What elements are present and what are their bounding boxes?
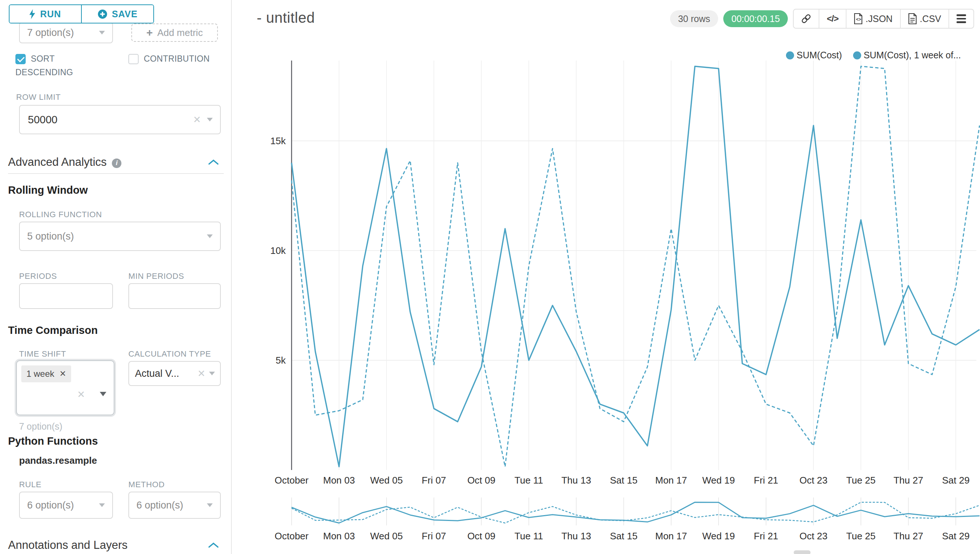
clear-icon[interactable]: ✕ xyxy=(77,389,85,400)
advanced-analytics-header[interactable]: Advanced Analytics i xyxy=(8,156,224,169)
run-button[interactable]: RUN xyxy=(10,5,82,23)
chart-menu-button[interactable] xyxy=(948,10,974,28)
chart-title[interactable]: - untitled xyxy=(257,10,315,26)
row-count-badge: 30 rows xyxy=(670,10,719,27)
navigator-tick-label: Tue 25 xyxy=(846,530,875,541)
row-limit-select[interactable]: 50000 ✕ xyxy=(19,105,221,134)
chart-panel: - untitled 30 rows 00:00:00.15 </> xyxy=(232,0,980,554)
add-metric-label: Add metric xyxy=(158,27,203,38)
calculation-type-select[interactable]: Actual V... ✕ xyxy=(128,361,221,386)
rolling-function-label: ROLLING FUNCTION xyxy=(19,210,102,220)
explore-page: RUN SAVE 7 option(s) + Add metric SORT D… xyxy=(0,0,980,554)
navigator-tick-label: Wed 05 xyxy=(370,530,403,541)
chevron-down-icon xyxy=(99,503,105,507)
csv-file-icon xyxy=(908,13,917,24)
row-limit-value: 50000 xyxy=(20,114,193,126)
periods-label: PERIODS xyxy=(19,272,57,281)
python-functions-subtitle: pandas.resample xyxy=(19,455,97,466)
chevron-down-icon xyxy=(209,372,215,375)
chevron-down-icon xyxy=(207,234,213,238)
calculation-type-value: Actual V... xyxy=(129,368,197,379)
navigator-tick-label: Thu 13 xyxy=(562,530,591,541)
export-toolbar: </> <> .JSON xyxy=(793,9,974,29)
sort-descending-checkbox[interactable] xyxy=(15,54,25,64)
chevron-down-icon xyxy=(207,503,213,507)
navigator-line-solid xyxy=(291,502,980,523)
series-limit-value: 7 option(s) xyxy=(20,27,99,38)
view-query-button[interactable]: </> xyxy=(819,10,846,28)
annotations-header[interactable]: Annotations and Layers xyxy=(8,539,224,552)
x-axis-tick-label: October xyxy=(275,475,309,486)
time-shift-tag-label: 1 week xyxy=(26,369,54,379)
time-shift-multiselect[interactable]: 1 week ✕ ✕ xyxy=(16,360,115,416)
x-axis-tick-label: Thu 27 xyxy=(893,475,923,486)
x-axis-tick-label: Mon 17 xyxy=(655,475,687,486)
clear-icon[interactable]: ✕ xyxy=(193,114,201,126)
navigator-tick-label: Sat 15 xyxy=(610,530,638,541)
save-button[interactable]: SAVE xyxy=(82,5,153,23)
line-chart-canvas[interactable]: 5k10k15kOctoberOctoberMon 03Mon 03Wed 05… xyxy=(232,33,980,554)
code-icon: </> xyxy=(827,14,838,24)
series-line-solid xyxy=(291,67,980,467)
method-label: METHOD xyxy=(128,480,165,489)
rolling-window-title: Rolling Window xyxy=(8,184,88,196)
x-axis-tick-label: Tue 25 xyxy=(846,475,875,486)
min-periods-input[interactable] xyxy=(128,283,221,309)
rule-select[interactable]: 6 option(s) xyxy=(19,492,113,519)
add-metric-button[interactable]: + Add metric xyxy=(131,24,218,42)
advanced-analytics-title: Advanced Analytics xyxy=(8,156,107,169)
navigator-tick-label: Thu 27 xyxy=(893,530,923,541)
rolling-function-select[interactable]: 5 option(s) xyxy=(19,221,221,251)
remove-tag-icon[interactable]: ✕ xyxy=(59,369,66,379)
navigator-tick-label: Fri 07 xyxy=(422,530,446,541)
navigator-tick-label: Tue 11 xyxy=(515,530,543,541)
chevron-down-icon xyxy=(100,392,107,396)
svg-text:<>: <> xyxy=(856,17,861,22)
calculation-type-label: CALCULATION TYPE xyxy=(128,349,211,359)
time-shift-helper: 7 option(s) xyxy=(19,421,62,432)
contribution-checkbox[interactable] xyxy=(128,54,138,64)
navigator-tick-label: Mon 17 xyxy=(655,530,687,541)
x-axis-tick-label: Wed 05 xyxy=(370,475,403,486)
method-select[interactable]: 6 option(s) xyxy=(128,492,221,519)
chart-header-actions: 30 rows 00:00:00.15 </> xyxy=(670,9,974,29)
link-icon xyxy=(801,14,811,24)
chevron-down-icon xyxy=(99,31,105,35)
periods-input[interactable] xyxy=(19,283,113,309)
method-value: 6 option(s) xyxy=(129,500,207,511)
series-limit-select[interactable]: 7 option(s) xyxy=(19,22,113,43)
series-line-dashed xyxy=(291,67,980,467)
navigator-tick-label: October xyxy=(275,530,309,541)
y-axis-tick-label: 15k xyxy=(270,135,286,146)
y-axis-tick-label: 10k xyxy=(270,245,286,256)
x-axis-tick-label: Fri 21 xyxy=(754,475,778,486)
annotations-title: Annotations and Layers xyxy=(8,539,127,551)
export-json-button[interactable]: <> .JSON xyxy=(846,10,900,28)
divider xyxy=(8,173,224,174)
rule-label: RULE xyxy=(19,480,41,489)
run-save-button-group: RUN SAVE xyxy=(9,5,154,24)
navigator-tick-label: Wed 19 xyxy=(702,530,735,541)
json-label: .JSON xyxy=(865,14,893,24)
x-axis-tick-label: Sat 29 xyxy=(942,475,969,486)
json-file-icon: <> xyxy=(854,13,862,24)
time-shift-label: TIME SHIFT xyxy=(19,349,66,359)
clear-icon[interactable]: ✕ xyxy=(197,368,205,379)
horizontal-scrollbar-thumb[interactable] xyxy=(794,550,811,554)
export-csv-button[interactable]: .CSV xyxy=(900,10,948,28)
run-button-label: RUN xyxy=(40,9,61,19)
sort-descending-control: SORT DESCENDING xyxy=(15,52,107,79)
navigator-tick-label: Oct 09 xyxy=(467,530,495,541)
y-axis-tick-label: 5k xyxy=(276,355,286,366)
copy-link-button[interactable] xyxy=(794,10,819,28)
query-duration-badge: 00:00:00.15 xyxy=(723,10,788,27)
navigator-tick-label: Sat 29 xyxy=(942,530,969,541)
save-button-label: SAVE xyxy=(112,9,138,19)
navigator-tick-label: Oct 23 xyxy=(800,530,828,541)
x-axis-tick-label: Wed 19 xyxy=(702,475,735,486)
chevron-down-icon xyxy=(207,118,213,121)
plus-circle-icon xyxy=(97,9,107,19)
chevron-up-icon[interactable] xyxy=(208,159,219,165)
chevron-up-icon[interactable] xyxy=(208,542,219,548)
row-limit-label: ROW LIMIT xyxy=(16,92,61,102)
